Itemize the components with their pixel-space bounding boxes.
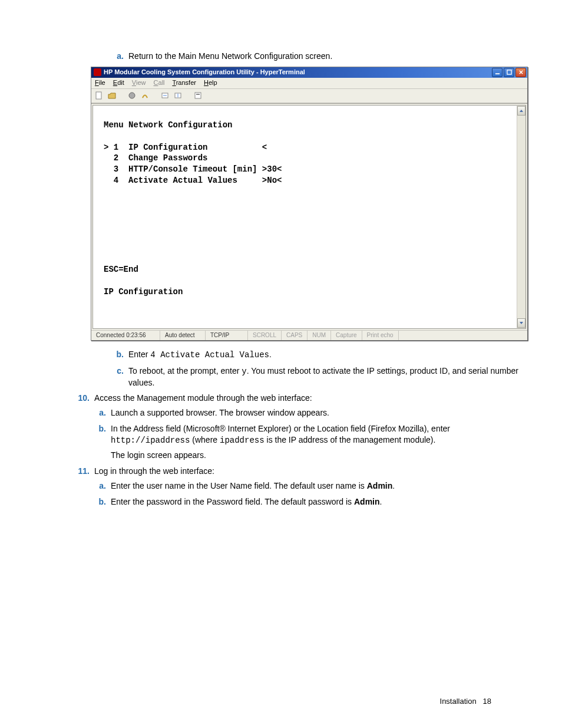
step-10b: b. In the Address field (Microsoft® Inte… bbox=[94, 423, 527, 461]
step-10b-mid: (where bbox=[190, 435, 220, 444]
substep-b-post: . bbox=[269, 350, 272, 359]
step-11b-post: . bbox=[380, 497, 382, 506]
status-scroll: SCROLL bbox=[248, 331, 282, 340]
svg-rect-6 bbox=[195, 93, 201, 98]
marker-a: a. bbox=[94, 480, 106, 492]
outer-ordered-list-2: b. Enter 4 Activate Actual Values. c. To… bbox=[94, 349, 527, 508]
term-row2: 2 Change Passwords bbox=[104, 153, 262, 163]
menu-call[interactable]: Call bbox=[154, 79, 165, 86]
substep-b: b. Enter 4 Activate Actual Values. bbox=[112, 349, 527, 361]
substep-b-code: 4 Activate Actual Values bbox=[150, 350, 269, 360]
term-esc: ESC=End bbox=[104, 265, 138, 274]
sub-list-ab-c: a. Return to the Main Menu Network Confi… bbox=[112, 51, 527, 62]
window-buttons bbox=[492, 68, 526, 77]
menu-edit[interactable]: Edit bbox=[113, 79, 124, 86]
toolbar-separator bbox=[153, 90, 157, 101]
step-10: 10. Access the Management module through… bbox=[77, 393, 527, 460]
marker-a: a. bbox=[94, 407, 106, 419]
step-10b-code2: ipaddress bbox=[220, 436, 265, 445]
status-caps: CAPS bbox=[282, 331, 308, 340]
marker-b: b. bbox=[112, 349, 124, 360]
outer-ordered-list: a. Return to the Main Menu Network Confi… bbox=[94, 51, 527, 62]
status-echo: Print echo bbox=[362, 331, 399, 340]
svg-rect-2 bbox=[96, 92, 101, 99]
footer-label: Installation bbox=[440, 697, 477, 706]
document-page: a. Return to the Main Menu Network Confi… bbox=[0, 0, 562, 728]
terminal-output[interactable]: Menu Network Configuration > 1 IP Config… bbox=[92, 105, 517, 329]
term-row3: 3 HTTP/Console Timeout [min] >30< bbox=[104, 164, 282, 174]
step-11: 11. Log in through the web interface: a.… bbox=[77, 466, 527, 508]
step-11b-pre: Enter the password in the Password field… bbox=[111, 497, 354, 506]
step-11a-post: . bbox=[392, 481, 395, 490]
menu-help[interactable]: Help bbox=[204, 79, 217, 86]
marker-11: 11. bbox=[74, 466, 90, 477]
close-button[interactable] bbox=[515, 68, 526, 77]
status-capture: Capture bbox=[331, 331, 362, 340]
svg-rect-0 bbox=[495, 74, 499, 75]
svg-rect-7 bbox=[196, 94, 200, 95]
send-icon[interactable] bbox=[160, 90, 170, 101]
step-11a: a. Enter the user name in the User Name … bbox=[94, 480, 527, 492]
disconnect-icon[interactable] bbox=[140, 90, 150, 101]
step-11b: b. Enter the password in the Password fi… bbox=[94, 496, 527, 508]
step-11-text: Log in through the web interface: bbox=[94, 466, 214, 476]
maximize-button[interactable] bbox=[504, 68, 514, 77]
step-10-text: Access the Management module through the… bbox=[94, 393, 312, 403]
step-11a-bold: Admin bbox=[367, 481, 393, 490]
window-title: HP Modular Cooling System Configuration … bbox=[104, 68, 305, 77]
substep-a: a. Return to the Main Menu Network Confi… bbox=[112, 51, 527, 62]
marker-a: a. bbox=[112, 51, 124, 62]
step-10b-post: is the IP address of the management modu… bbox=[265, 435, 436, 444]
svg-point-3 bbox=[129, 93, 135, 98]
term-row1: > 1 IP Configuration < bbox=[104, 143, 267, 152]
step-11a-pre: Enter the user name in the User Name fie… bbox=[111, 481, 367, 490]
step-10b-pre: In the Address field (Microsoft® Interne… bbox=[111, 424, 450, 433]
status-detect: Auto detect bbox=[160, 331, 206, 340]
marker-b: b. bbox=[94, 496, 106, 508]
term-heading: Menu Network Configuration bbox=[104, 120, 232, 130]
step-10a-text: Launch a supported browser. The browser … bbox=[111, 408, 329, 417]
step-11b-bold: Admin bbox=[354, 497, 380, 506]
list-item-continuation2: b. Enter 4 Activate Actual Values. c. To… bbox=[94, 349, 527, 388]
scrollbar[interactable] bbox=[517, 105, 526, 329]
footer-page: 18 bbox=[483, 697, 491, 706]
status-proto: TCP/IP bbox=[206, 331, 248, 340]
marker-b: b. bbox=[94, 423, 106, 434]
page-footer: Installation 18 bbox=[440, 696, 491, 707]
properties-icon[interactable] bbox=[193, 90, 203, 101]
substep-c: c. To reboot, at the prompt, enter y. Yo… bbox=[112, 365, 527, 388]
menubar: File Edit View Call Transfer Help bbox=[91, 78, 527, 88]
marker-c: c. bbox=[112, 365, 124, 377]
statusbar: Connected 0:23:56 Auto detect TCP/IP SCR… bbox=[91, 330, 527, 340]
substep-c-code: y bbox=[242, 367, 246, 376]
marker-10: 10. bbox=[74, 393, 90, 404]
status-spacer bbox=[399, 331, 527, 340]
open-icon[interactable] bbox=[107, 90, 117, 101]
receive-icon[interactable] bbox=[173, 90, 183, 101]
connect-icon[interactable] bbox=[127, 90, 137, 101]
list-item-continuation: a. Return to the Main Menu Network Confi… bbox=[94, 51, 527, 62]
substep-a-text: Return to the Main Menu Network Configur… bbox=[128, 51, 332, 61]
menu-file[interactable]: File bbox=[95, 79, 105, 86]
minimize-button[interactable] bbox=[492, 68, 503, 77]
term-footer-line: IP Configuration bbox=[104, 287, 183, 297]
substep-c-pre: To reboot, at the prompt, enter bbox=[128, 366, 242, 375]
menu-transfer[interactable]: Transfer bbox=[172, 79, 196, 86]
substep-b-pre: Enter bbox=[128, 350, 150, 359]
window-titlebar: HP Modular Cooling System Configuration … bbox=[91, 67, 527, 78]
menu-view[interactable]: View bbox=[132, 79, 146, 86]
toolbar-separator bbox=[186, 90, 190, 101]
svg-rect-1 bbox=[507, 70, 511, 74]
app-icon bbox=[94, 68, 101, 76]
term-row4: 4 Activate Actual Values >No< bbox=[104, 176, 282, 185]
status-conn: Connected 0:23:56 bbox=[91, 331, 160, 340]
step-10a: a. Launch a supported browser. The brows… bbox=[94, 407, 527, 419]
step-10b-code1: http://ipaddress bbox=[111, 436, 190, 445]
hyperterminal-window: HP Modular Cooling System Configuration … bbox=[91, 67, 528, 341]
scroll-down-icon[interactable] bbox=[517, 318, 525, 328]
new-icon[interactable] bbox=[94, 90, 104, 101]
scroll-up-icon[interactable] bbox=[517, 106, 525, 116]
toolbar-separator bbox=[120, 90, 124, 101]
step-10b-line2: The login screen appears. bbox=[111, 450, 527, 461]
toolbar bbox=[91, 88, 527, 103]
